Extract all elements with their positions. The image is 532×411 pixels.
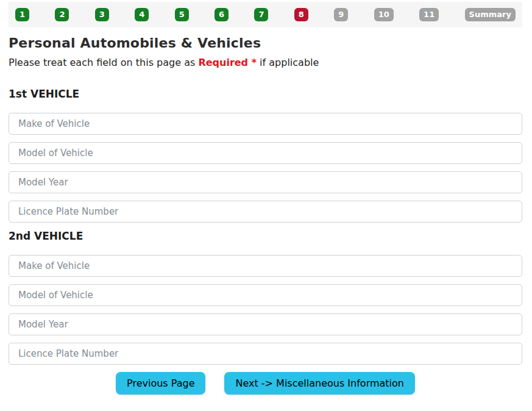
vehicle-section-2: 2nd VEHICLE — [9, 230, 522, 365]
vehicle2-model-year-input[interactable] — [9, 313, 522, 335]
vehicle1-make-input[interactable] — [9, 113, 522, 135]
vehicle1-model-input[interactable] — [9, 142, 522, 164]
step-badge-3[interactable]: 3 — [95, 8, 109, 21]
required-label: Required * — [198, 57, 257, 68]
instruction-suffix: if applicable — [257, 57, 319, 68]
step-badge-9[interactable]: 9 — [334, 8, 348, 21]
step-badge-1[interactable]: 1 — [15, 8, 29, 21]
step-badge-2[interactable]: 2 — [55, 8, 69, 21]
instruction-text: Please treat each field on this page as … — [9, 57, 522, 68]
nav-buttons-row: Previous Page Next -> Miscellaneous Info… — [9, 372, 522, 395]
section-heading-1st-vehicle: 1st VEHICLE — [9, 88, 522, 100]
step-badge-6[interactable]: 6 — [215, 8, 229, 21]
previous-page-button[interactable]: Previous Page — [116, 372, 205, 395]
step-badge-4[interactable]: 4 — [135, 8, 149, 21]
next-page-button[interactable]: Next -> Miscellaneous Information — [224, 372, 415, 395]
vehicle1-model-year-input[interactable] — [9, 171, 522, 193]
step-badge-7[interactable]: 7 — [254, 8, 268, 21]
vehicle1-licence-plate-input[interactable] — [9, 201, 522, 223]
vehicle-section-1: 1st VEHICLE — [9, 88, 522, 223]
vehicle2-model-input[interactable] — [9, 284, 522, 306]
step-badge-10[interactable]: 10 — [374, 8, 394, 21]
step-badge-8-current[interactable]: 8 — [294, 8, 308, 21]
step-wizard-bar: 1 2 3 4 5 6 7 8 9 10 11 Summary — [9, 2, 522, 27]
section-heading-2nd-vehicle: 2nd VEHICLE — [9, 230, 522, 242]
vehicle2-make-input[interactable] — [9, 255, 522, 277]
page-title: Personal Automobiles & Vehicles — [9, 35, 522, 51]
step-badge-summary[interactable]: Summary — [465, 8, 516, 21]
step-badge-11[interactable]: 11 — [419, 8, 439, 21]
instruction-prefix: Please treat each field on this page as — [9, 57, 198, 68]
vehicle2-licence-plate-input[interactable] — [9, 343, 522, 365]
form-page: Personal Automobiles & Vehicles Please t… — [9, 35, 522, 395]
step-badge-5[interactable]: 5 — [175, 8, 189, 21]
